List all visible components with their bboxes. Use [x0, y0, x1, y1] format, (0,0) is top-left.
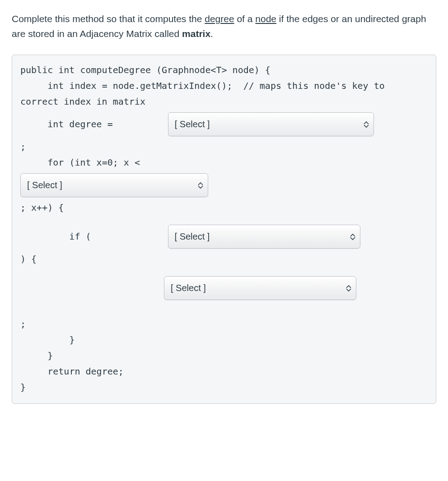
code-line: } — [20, 348, 428, 364]
question-text-part: of a — [234, 14, 256, 24]
chevron-up-down-icon — [346, 285, 351, 292]
chevron-up-down-icon — [364, 121, 369, 128]
select-label: [ Select ] — [27, 177, 62, 193]
code-line: ; — [20, 316, 428, 332]
code-line: ; x++) { — [20, 200, 428, 216]
question-bold-matrix: matrix — [182, 28, 210, 39]
select-if-body[interactable]: [ Select ] — [164, 276, 356, 300]
code-block: public int computeDegree (Graphnode<T> n… — [12, 55, 436, 404]
select-label: [ Select ] — [175, 116, 210, 132]
question-prompt: Complete this method so that it computes… — [12, 12, 436, 41]
question-underline-node: node — [255, 14, 276, 24]
code-line: } — [20, 332, 428, 348]
question-underline-degree: degree — [205, 14, 234, 24]
code-line: for (int x=0; x < — [20, 155, 428, 171]
select-label: [ Select ] — [171, 280, 206, 296]
code-line: } — [20, 379, 428, 395]
question-text-part: Complete this method so that it computes… — [12, 14, 205, 24]
code-line: public int computeDegree (Graphnode<T> n… — [20, 62, 428, 78]
code-line: ; — [20, 139, 428, 155]
select-label: [ Select ] — [175, 229, 210, 245]
select-loop-bound[interactable]: [ Select ] — [20, 173, 208, 197]
question-text-part: . — [210, 28, 213, 39]
code-line: int index = node.getMatrixIndex(); // ma… — [20, 78, 428, 110]
chevron-up-down-icon — [198, 182, 203, 189]
code-line: if ( — [20, 229, 91, 245]
select-if-condition[interactable]: [ Select ] — [168, 225, 360, 249]
code-line: int degree = — [20, 116, 118, 132]
code-line: return degree; — [20, 364, 428, 379]
chevron-up-down-icon — [350, 233, 355, 240]
code-line: ) { — [20, 251, 428, 267]
select-initial-degree[interactable]: [ Select ] — [168, 112, 374, 136]
